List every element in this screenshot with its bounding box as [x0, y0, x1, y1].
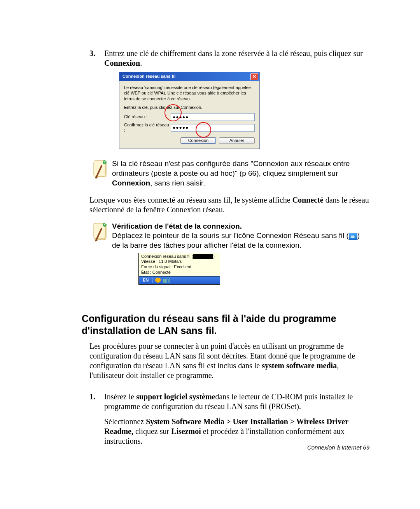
network-tray-icon[interactable]: ▥)) — [163, 278, 170, 283]
note-2: Vérification de l'état de la connexion. … — [89, 222, 369, 285]
dialog-figure: Connexion réseau sans fil ✕ Le réseau 's… — [119, 72, 369, 149]
dialog-title: Connexion réseau sans fil — [122, 74, 175, 79]
highlight-circle-1 — [164, 104, 182, 121]
note-1-tail: , sans rien saisir. — [150, 179, 205, 187]
masked-ssid: XXXXXX — [193, 254, 213, 259]
tooltip-box: Connexion réseau sans fil (XXXXXX) Vites… — [138, 253, 220, 276]
taskbar: EN ▥)) — [138, 276, 220, 285]
shield-icon[interactable] — [155, 278, 161, 283]
confirm-key-row: Confirmez la clé réseau : ●●●●● — [124, 122, 255, 133]
step-3-text-bold: Connexion — [104, 59, 140, 67]
dialog-titlebar: Connexion réseau sans fil ✕ — [119, 72, 259, 81]
connected-paragraph: Lorsque vous êtes connecté au réseau san… — [89, 195, 369, 215]
close-icon[interactable]: ✕ — [250, 73, 258, 80]
note-1: Si la clé réseau n'est pas configurée da… — [89, 159, 369, 188]
wireless-dialog: Connexion réseau sans fil ✕ Le réseau 's… — [119, 72, 260, 149]
step-3-text-before: Entrez une clé de chiffrement dans la zo… — [104, 49, 363, 58]
note-icon — [89, 222, 112, 243]
tooltip-figure: Connexion réseau sans fil (XXXXXX) Vites… — [138, 253, 220, 285]
note-1-text: Si la clé réseau n'est pas configurée da… — [112, 159, 350, 177]
step-3: 3. Entrez une clé de chiffrement dans la… — [89, 49, 369, 149]
dialog-explain: Le réseau 'samsung' nécessite une clé ré… — [124, 85, 255, 101]
network-key-row: Clé réseau : ●●●●● — [124, 113, 255, 121]
dialog-prompt: Entrez la clé, puis cliquez sur Connexio… — [124, 105, 255, 110]
svg-rect-6 — [351, 236, 354, 238]
section-heading: Configuration du réseau sans fil à l'aid… — [82, 313, 369, 337]
network-key-label: Clé réseau : — [124, 114, 171, 120]
install-step-1-marker: 1. — [89, 392, 95, 402]
cancel-button[interactable]: Annuler — [219, 137, 255, 144]
lang-indicator[interactable]: EN — [141, 277, 150, 283]
note-1-bold: Connexion — [112, 179, 150, 187]
intro-paragraph: Les procédures pour se connecter à un po… — [89, 341, 369, 380]
confirm-key-label: Confirmez la clé réseau : — [124, 122, 171, 133]
step-3-text-after: . — [140, 59, 142, 67]
confirm-key-input[interactable]: ●●●●● — [171, 124, 255, 132]
note-icon — [89, 159, 112, 181]
step-3-marker: 3. — [89, 49, 95, 58]
highlight-circle-2 — [196, 122, 211, 138]
connect-button[interactable]: Connexion — [180, 137, 216, 144]
note-2-heading: Vérification de l'état de la connexion. — [112, 222, 369, 231]
note-2-before: Déplacez le pointeur de la souris sur l'… — [112, 231, 349, 240]
install-step-1: 1. Insérez le support logiciel systèmeda… — [89, 392, 369, 446]
network-key-input[interactable]: ●●●●● — [171, 113, 255, 121]
page-footer: Connexion à Internet 69 — [307, 444, 369, 451]
wireless-tray-icon — [349, 233, 357, 240]
